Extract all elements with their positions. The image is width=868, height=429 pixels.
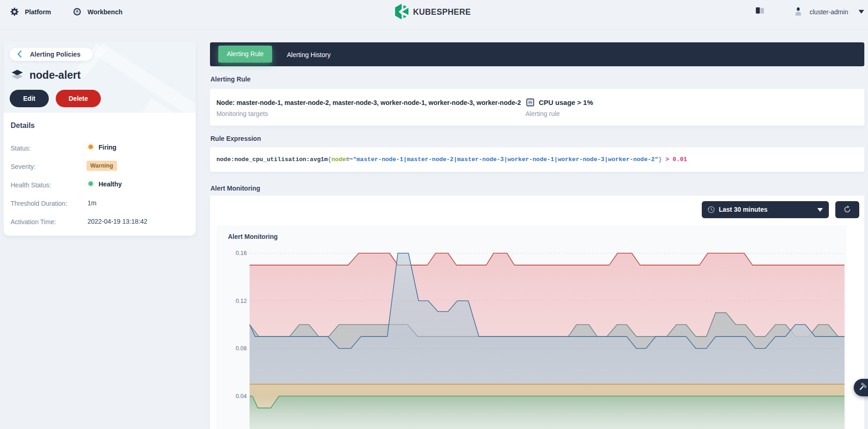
svg-text:CPU: CPU [529,102,532,104]
